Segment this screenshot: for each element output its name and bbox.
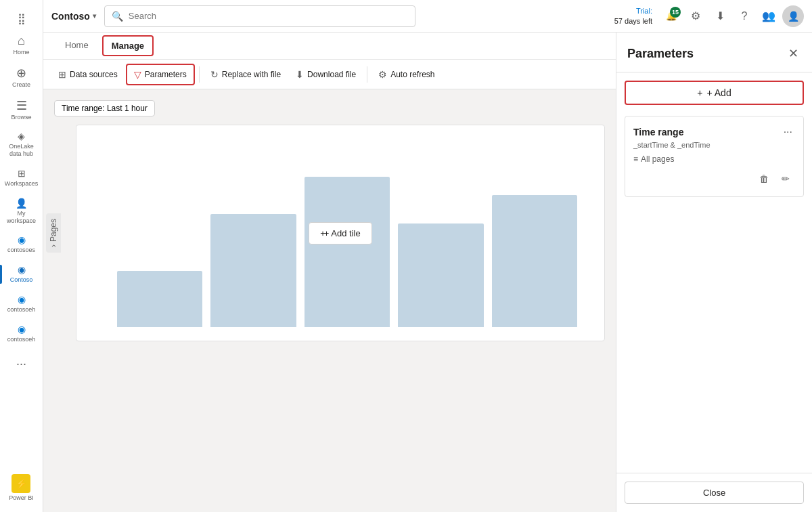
close-panel-button[interactable]: Close: [625, 482, 804, 504]
parameter-pages-icon: ≡: [633, 154, 638, 164]
parameters-icon: ▽: [134, 69, 141, 80]
parameter-actions: 🗑 ✏: [633, 164, 795, 188]
sidebar-item-contoso[interactable]: ◉ Contoso: [0, 259, 43, 289]
panel-header: Parameters ✕: [616, 33, 812, 72]
user-avatar[interactable]: 👤: [782, 5, 804, 27]
tab-manage[interactable]: Manage: [102, 35, 154, 56]
panel-content: + + Add Time range ··· _startTime & _end…: [616, 72, 812, 473]
main-area: Contoso ▾ 🔍 Trial: 57 days left 🔔 15 ⚙ ⬇: [43, 0, 812, 512]
chart-bar-5: [492, 195, 577, 327]
add-tile-button[interactable]: + + Add tile: [309, 222, 371, 244]
sidebar-more[interactable]: ...: [16, 349, 26, 374]
download-icon: ⬇: [716, 9, 725, 22]
download-button[interactable]: ⬇: [709, 5, 731, 27]
replace-file-icon: ↻: [210, 69, 219, 80]
sidebar-item-workspaces[interactable]: ⊞ Workspaces: [0, 163, 43, 193]
report-area: Home Manage ⊞ Data sources ▽ Parameters …: [43, 33, 616, 512]
data-sources-icon: ⊞: [58, 69, 66, 80]
workspaces-icon: ⊞: [18, 169, 26, 178]
trial-label: Trial:: [636, 6, 652, 16]
auto-refresh-button[interactable]: ⚙ Auto refresh: [371, 65, 441, 84]
sidebar-item-browse[interactable]: ☰ Browse: [0, 94, 43, 127]
time-range-filter[interactable]: Time range: Last 1 hour: [54, 100, 155, 116]
sidebar-item-onelake[interactable]: ◈ OneLake data hub: [0, 126, 43, 163]
toolbar: ⊞ Data sources ▽ Parameters ↻ Replace wi…: [43, 60, 616, 89]
trial-days: 57 days left: [614, 16, 652, 26]
add-parameter-label: + Add: [706, 87, 731, 98]
people-icon: 👥: [762, 9, 775, 22]
parameter-more-button[interactable]: ···: [781, 125, 795, 140]
sidebar-item-home[interactable]: ⌂ Home: [0, 29, 43, 62]
workspace-label: Contoso: [51, 11, 90, 22]
add-parameter-button[interactable]: + + Add: [625, 81, 804, 105]
avatar-icon: 👤: [788, 11, 799, 22]
toolbar-divider-2: [367, 66, 367, 83]
chart-bar-1: [117, 271, 202, 327]
notification-count: 15: [670, 7, 681, 18]
pages-tab[interactable]: › Pages: [46, 213, 61, 253]
settings-button[interactable]: ⚙: [685, 5, 706, 27]
sidebar-item-contosoeh1[interactable]: ◉ contosoeh: [0, 289, 43, 319]
sidebar: ⣿ ⌂ Home ⊕ Create ☰ Browse ◈ OneLake dat…: [0, 0, 43, 512]
add-parameter-plus-icon: +: [697, 87, 702, 98]
auto-refresh-icon: ⚙: [378, 69, 387, 80]
parameter-subtitle: _startTime & _endTime: [633, 141, 795, 149]
tabs-bar: Home Manage: [43, 33, 616, 60]
chart-bar-4: [398, 223, 483, 327]
toolbar-divider: [199, 66, 200, 83]
contosoeh2-icon: ◉: [18, 324, 26, 334]
sidebar-item-create[interactable]: ⊕ Create: [0, 62, 43, 94]
data-sources-button[interactable]: ⊞ Data sources: [51, 65, 125, 84]
panel-footer: Close: [616, 473, 812, 512]
trial-badge: Trial: 57 days left: [614, 6, 652, 26]
search-bar[interactable]: 🔍: [104, 5, 415, 27]
grid-icon[interactable]: ⣿: [18, 5, 26, 29]
search-input[interactable]: [129, 11, 408, 21]
notification-button[interactable]: 🔔 15: [660, 5, 682, 27]
time-range-label: Time range: Last 1 hour: [62, 104, 148, 113]
search-icon: 🔍: [112, 11, 123, 22]
workspace-selector[interactable]: Contoso ▾: [51, 11, 96, 22]
settings-icon: ⚙: [691, 9, 700, 22]
parameter-item: Time range ··· _startTime & _endTime ≡ A…: [625, 116, 804, 197]
create-icon: ⊕: [16, 67, 26, 79]
onelake-icon: ◈: [18, 131, 25, 141]
sidebar-item-contosoes[interactable]: ◉ contosoes: [0, 230, 43, 259]
topbar-right: Trial: 57 days left 🔔 15 ⚙ ⬇ ? 👥 👤: [614, 5, 804, 27]
power-bi-logo: ⚡ Power BI: [9, 474, 34, 501]
home-icon: ⌂: [18, 35, 25, 47]
download-file-icon: ⬇: [296, 69, 304, 80]
contosoes-icon: ◉: [18, 235, 26, 244]
sidebar-item-myworkspace[interactable]: 👤 My workspace: [0, 193, 43, 230]
parameter-name: Time range: [633, 127, 683, 137]
myworkspace-icon: 👤: [16, 198, 27, 208]
parameters-panel: Parameters ✕ + + Add Time range ··· _sta…: [616, 33, 812, 512]
people-button[interactable]: 👥: [758, 5, 780, 27]
parameter-edit-button[interactable]: ✏: [776, 169, 795, 188]
content-area: Home Manage ⊞ Data sources ▽ Parameters …: [43, 33, 812, 512]
download-file-button[interactable]: ⬇ Download file: [289, 65, 363, 84]
replace-file-button[interactable]: ↻ Replace with file: [204, 65, 288, 84]
topbar: Contoso ▾ 🔍 Trial: 57 days left 🔔 15 ⚙ ⬇: [43, 0, 812, 33]
add-tile-label: + Add tile: [324, 228, 361, 238]
parameter-pages-label: All pages: [641, 154, 674, 164]
parameters-button[interactable]: ▽ Parameters: [126, 64, 195, 85]
power-bi-label: Power BI: [9, 494, 34, 501]
canvas-area: Time range: Last 1 hour › Pages: [43, 89, 616, 512]
browse-icon: ☰: [16, 100, 27, 112]
tab-home[interactable]: Home: [54, 35, 99, 57]
panel-title: Parameters: [627, 47, 694, 61]
pages-label: Pages: [49, 219, 58, 242]
contosoeh1-icon: ◉: [18, 295, 26, 304]
parameter-item-header: Time range ···: [633, 125, 795, 140]
parameter-delete-button[interactable]: 🗑: [754, 169, 773, 188]
parameter-pages: ≡ All pages: [633, 154, 795, 164]
help-button[interactable]: ?: [734, 5, 755, 27]
chart-canvas: + + Add tile: [76, 125, 605, 341]
sidebar-item-contosoeh2[interactable]: ◉ contosoeh: [0, 319, 43, 349]
chart-bar-2: [210, 214, 296, 327]
pages-chevron-icon: ›: [49, 244, 58, 247]
help-icon: ?: [742, 10, 748, 22]
panel-close-button[interactable]: ✕: [786, 43, 801, 64]
chart-bar-3: [304, 177, 390, 327]
